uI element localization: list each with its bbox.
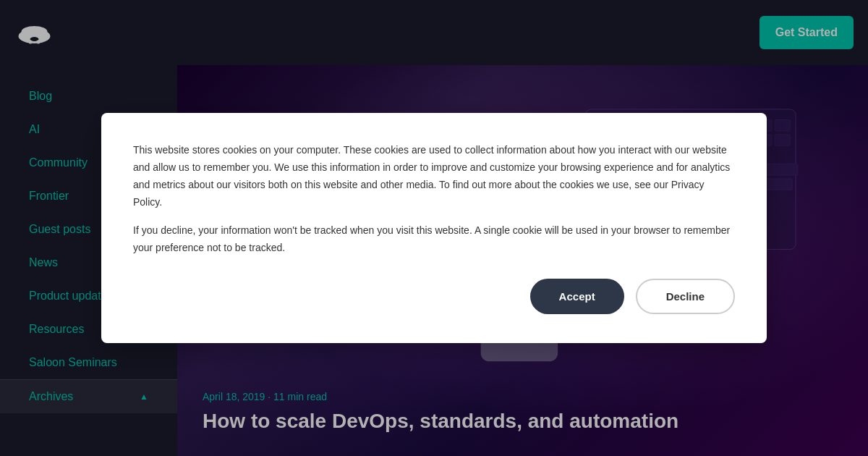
accept-button[interactable]: Accept xyxy=(530,279,624,314)
cookie-text-secondary: If you decline, your information won't b… xyxy=(133,222,735,257)
cookie-text-primary: This website stores cookies on your comp… xyxy=(133,142,735,211)
cookie-modal: This website stores cookies on your comp… xyxy=(101,113,767,343)
cookie-modal-overlay: This website stores cookies on your comp… xyxy=(0,0,868,456)
decline-button[interactable]: Decline xyxy=(636,279,735,314)
cookie-buttons: Accept Decline xyxy=(133,279,735,314)
